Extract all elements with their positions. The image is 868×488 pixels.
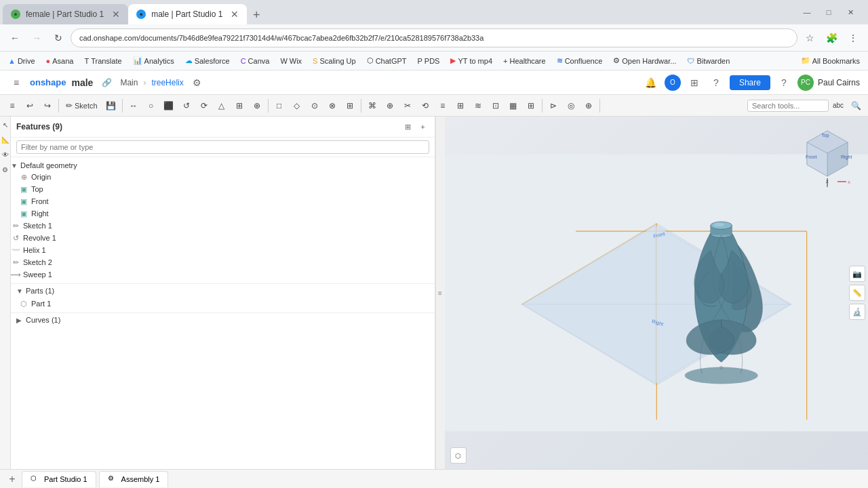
reload-button[interactable]: ↻	[49, 28, 68, 47]
tree-helix1[interactable]: 〰 Helix 1	[11, 244, 435, 256]
search-tools-input[interactable]	[747, 100, 829, 112]
bookmark-pds[interactable]: P PDS	[415, 56, 443, 66]
tab-close-male[interactable]: ✕	[231, 9, 239, 20]
features-filter[interactable]: ⊞	[402, 121, 414, 133]
bookmark-scaling-up[interactable]: S Scaling Up	[310, 56, 359, 66]
orientation-cube[interactable]: Top Right Front Z X	[800, 127, 854, 182]
sketch-button[interactable]: ✏ Sketch	[62, 98, 102, 114]
section-parts[interactable]: ▼ Parts (1)	[11, 283, 435, 298]
link-icon[interactable]: 🔗	[98, 75, 115, 91]
move-tool[interactable]: ↔	[125, 98, 142, 114]
tool8[interactable]: ⊕	[249, 98, 265, 114]
bookmark-analytics[interactable]: 📊 Analytics	[130, 55, 177, 66]
tool22[interactable]: ▦	[505, 98, 521, 114]
tool12[interactable]: ⊗	[324, 98, 340, 114]
tree-default-geometry[interactable]: ▼ Default geometry	[11, 160, 435, 171]
tree-front[interactable]: ▣ Front	[11, 195, 435, 207]
tool11[interactable]: ⊙	[307, 98, 323, 114]
features-search-input[interactable]	[16, 140, 429, 154]
tool23[interactable]: ⊞	[523, 98, 539, 114]
extrude-tool[interactable]: ⬛	[161, 98, 177, 114]
display-settings-btn[interactable]: ⬡	[450, 447, 467, 464]
back-button[interactable]: ←	[5, 28, 24, 47]
bookmark-asana[interactable]: ● Asana	[43, 56, 77, 66]
bookmark-healthcare[interactable]: + Healthcare	[500, 56, 549, 66]
breadcrumb-doc[interactable]: treeHelix	[151, 78, 183, 87]
tab-male[interactable]: ● male | Part Studio 1 ✕	[128, 4, 247, 24]
tool25[interactable]: ◎	[563, 98, 579, 114]
tree-sketch2[interactable]: ✏ Sketch 2	[11, 256, 435, 268]
minimize-button[interactable]: —	[797, 3, 816, 22]
tab-close-female[interactable]: ✕	[112, 9, 120, 20]
tab-assembly[interactable]: ⚙ Assembly 1	[99, 471, 169, 487]
tree-right[interactable]: ▣ Right	[11, 207, 435, 220]
tool21[interactable]: ⊡	[488, 98, 504, 114]
toolbar-search-icon[interactable]: abc	[830, 98, 846, 114]
tool16[interactable]: ✂	[399, 98, 416, 114]
notifications-icon[interactable]: 🔔	[643, 75, 659, 91]
viewport[interactable]: Front Right	[445, 117, 869, 469]
view-tool[interactable]: 👁	[0, 149, 11, 160]
tree-revolve1[interactable]: ↺ Revolve 1	[11, 232, 435, 244]
tool10[interactable]: ◇	[289, 98, 305, 114]
tool19[interactable]: ⊞	[452, 98, 469, 114]
toolbar-search-btn[interactable]: 🔍	[848, 98, 864, 114]
bookmark-chatgpt[interactable]: ⬡ ChatGPT	[364, 55, 410, 66]
grid-icon[interactable]: ⊞	[686, 75, 703, 91]
undo-button[interactable]: ↩	[22, 98, 38, 114]
tool15[interactable]: ⊕	[382, 98, 398, 114]
save-tool[interactable]: 💾	[103, 98, 119, 114]
maximize-button[interactable]: □	[819, 3, 838, 22]
bookmark-yt[interactable]: ▶ YT to mp4	[448, 55, 495, 66]
bookmark-bitwarden[interactable]: 🛡 Bitwarden	[684, 56, 732, 66]
extension-icon[interactable]: 🧩	[822, 28, 841, 47]
bookmark-translate[interactable]: T Translate	[81, 56, 124, 66]
cursor-tool[interactable]: ↖	[0, 119, 11, 130]
tool26[interactable]: ⊕	[580, 98, 597, 114]
share-button[interactable]: Share	[730, 75, 770, 90]
tool20[interactable]: ≋	[470, 98, 486, 114]
tree-top[interactable]: ▣ Top	[11, 183, 435, 195]
tool9[interactable]: □	[271, 98, 288, 114]
tree-origin[interactable]: ⊕ Origin	[11, 171, 435, 183]
tool17[interactable]: ⟲	[417, 98, 433, 114]
tree-sketch1[interactable]: ✏ Sketch 1	[11, 220, 435, 232]
hamburger-menu[interactable]: ≡	[8, 75, 24, 91]
close-button[interactable]: ✕	[841, 3, 860, 22]
question-icon[interactable]: ?	[708, 75, 724, 91]
bookmark-salesforce[interactable]: ☁ Salesforce	[182, 55, 233, 66]
bookmark-openhardwar[interactable]: ⚙ Open Hardwar...	[610, 55, 679, 66]
tool14[interactable]: ⌘	[364, 98, 380, 114]
tool24[interactable]: ⊳	[545, 98, 561, 114]
tool5[interactable]: ⟳	[196, 98, 212, 114]
tree-sweep1[interactable]: ⟿ Sweep 1	[11, 268, 435, 281]
forward-button[interactable]: →	[27, 28, 46, 47]
tree-part1[interactable]: ⬡ Part 1	[11, 298, 435, 310]
analyze-tool[interactable]: 🔬	[849, 304, 865, 320]
bookmark-confluence[interactable]: ≋ Confluence	[554, 55, 606, 66]
revolve-tool[interactable]: ↺	[178, 98, 195, 114]
address-bar[interactable]: cad.onshape.com/documents/7b46d8e9fea792…	[71, 28, 797, 47]
tool6[interactable]: △	[214, 98, 230, 114]
toolbar-menu[interactable]: ≡	[4, 98, 20, 114]
bookmark-canva[interactable]: C Canva	[238, 56, 273, 66]
help-icon[interactable]: ?	[776, 75, 792, 91]
screenshot-tool[interactable]: 📷	[849, 266, 865, 282]
new-tab-button[interactable]: +	[247, 5, 266, 24]
settings-icon[interactable]: ⋮	[844, 28, 863, 47]
bookmark-drive[interactable]: ▲ Drive	[5, 56, 38, 66]
tool18[interactable]: ≡	[435, 98, 451, 114]
bookmark-wix[interactable]: W Wix	[277, 56, 304, 66]
settings-panel[interactable]: ⚙	[0, 164, 11, 175]
circle-tool[interactable]: ○	[143, 98, 159, 114]
bookmark-all[interactable]: 📁 All Bookmarks	[798, 55, 863, 66]
doc-settings-icon[interactable]: ⚙	[189, 75, 205, 91]
redo-button[interactable]: ↪	[39, 98, 56, 114]
measure-tool[interactable]: 📐	[0, 134, 11, 145]
panel-collapse-button[interactable]: ≡	[435, 117, 445, 469]
measure-viewport-tool[interactable]: 📏	[849, 285, 865, 301]
section-curves[interactable]: ▶ Curves (1)	[11, 312, 435, 327]
bookmark-icon[interactable]: ☆	[800, 28, 819, 47]
onshape-icon2[interactable]: O	[665, 75, 681, 91]
tab-female[interactable]: ● female | Part Studio 1 ✕	[3, 4, 128, 24]
